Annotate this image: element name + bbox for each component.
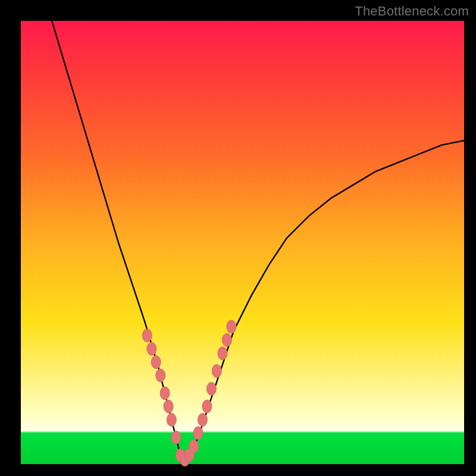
highlight-dot (193, 427, 203, 440)
highlight-dot (202, 400, 212, 413)
highlight-dot (222, 333, 231, 346)
chart-svg (21, 21, 464, 464)
highlight-dot (147, 342, 156, 355)
highlight-dot (156, 369, 165, 382)
dots-layer (142, 320, 236, 466)
curve-layer (52, 21, 464, 460)
highlight-dot (142, 329, 152, 342)
highlight-dot (151, 356, 161, 369)
highlight-dot (167, 414, 176, 427)
highlight-dot (189, 440, 199, 453)
highlight-dot (160, 387, 170, 400)
watermark-text: TheBottleneck.com (355, 4, 469, 19)
highlight-dot (198, 414, 207, 427)
highlight-dot (206, 382, 216, 395)
highlight-dot (227, 320, 236, 333)
bottleneck-curve (52, 21, 464, 460)
highlight-dot (164, 400, 173, 413)
highlight-dot (171, 431, 181, 444)
highlight-dot (218, 347, 227, 360)
highlight-dot (212, 365, 221, 378)
chart-frame: TheBottleneck.com (0, 0, 476, 476)
plot-area (21, 21, 464, 464)
